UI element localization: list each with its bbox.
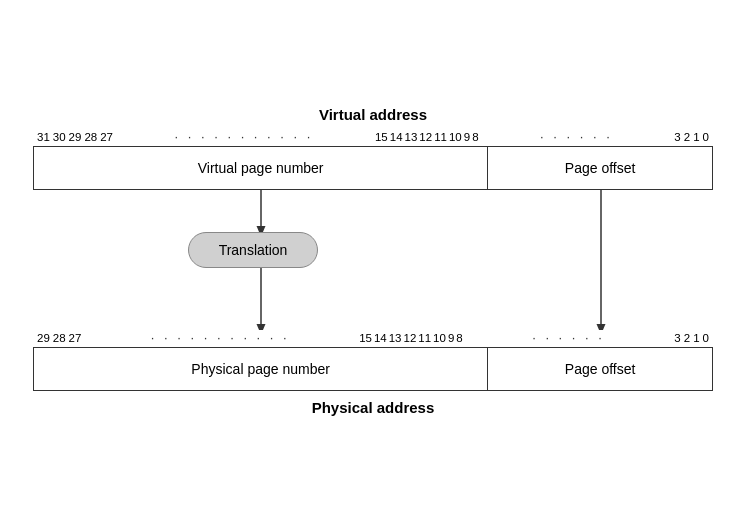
virt-bits-mid: 15 14 13 12 11 10 9 8 [375, 131, 479, 143]
virtual-address-box: Virtual page number Page offset [33, 146, 713, 190]
vpn-label: Virtual page number [198, 160, 324, 176]
arrows-svg [33, 190, 713, 330]
physical-page-offset-label: Page offset [565, 361, 636, 377]
physical-offset-box: Page offset [488, 348, 712, 390]
phys-bits-right: 3 2 1 0 [674, 332, 709, 344]
dots-right-physical: · · · · · · [532, 330, 605, 345]
virt-bits-left: 31 30 29 28 27 [37, 131, 113, 143]
ppn-box: Physical page number [34, 348, 488, 390]
virtual-offset-box: Page offset [488, 147, 712, 189]
dots-left-physical: · · · · · · · · · · · [151, 330, 290, 345]
ppn-label: Physical page number [191, 361, 330, 377]
dots-left-virtual: · · · · · · · · · · · [175, 129, 314, 144]
phys-bits-left: 29 28 27 [37, 332, 81, 344]
virtual-page-offset-label: Page offset [565, 160, 636, 176]
virt-bits-right: 3 2 1 0 [674, 131, 709, 143]
physical-address-box: Physical page number Page offset [33, 347, 713, 391]
translation-area: Translation [33, 190, 713, 330]
translation-label: Translation [219, 242, 288, 258]
physical-bit-labels: 29 28 27 · · · · · · · · · · · 15 14 13 … [33, 330, 713, 345]
translation-pill: Translation [188, 232, 318, 268]
virtual-address-title: Virtual address [319, 106, 427, 123]
physical-address-title: Physical address [312, 399, 435, 416]
dots-right-virtual: · · · · · · [540, 129, 613, 144]
phys-bits-mid: 15 14 13 12 11 10 9 8 [359, 332, 463, 344]
vpn-box: Virtual page number [34, 147, 488, 189]
diagram-container: Virtual address 31 30 29 28 27 · · · · ·… [33, 106, 713, 422]
virtual-bit-labels: 31 30 29 28 27 · · · · · · · · · · · 15 … [33, 129, 713, 144]
